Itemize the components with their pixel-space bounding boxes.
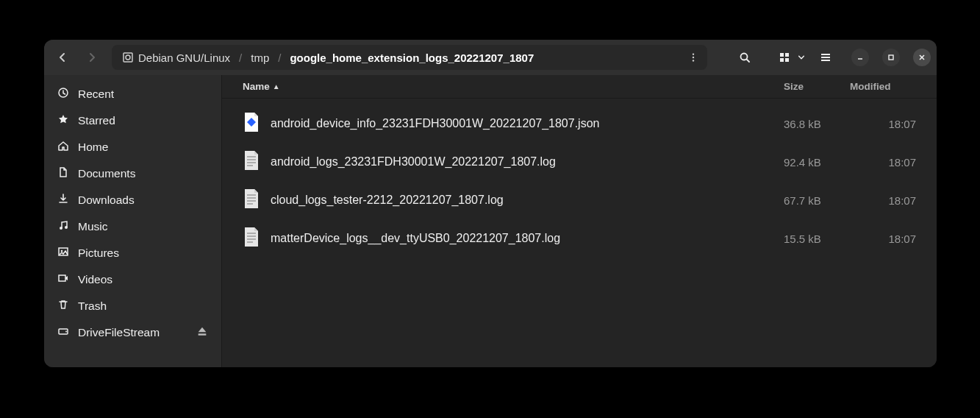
sidebar-item-starred[interactable]: Starred <box>44 107 221 134</box>
sidebar-item-label: Downloads <box>78 194 135 207</box>
sidebar-item-label: Recent <box>78 88 114 101</box>
column-header-modified-label: Modified <box>850 81 891 92</box>
drive-icon <box>57 325 69 340</box>
sidebar-item-label: Home <box>78 141 108 154</box>
star-icon <box>57 113 69 128</box>
breadcrumb-separator: / <box>237 52 243 64</box>
column-header-size[interactable]: Size <box>784 81 843 92</box>
home-icon <box>57 140 69 155</box>
sidebar-item-label: Pictures <box>78 247 119 260</box>
videos-icon <box>57 272 69 287</box>
file-size: 15.5 kB <box>784 233 843 245</box>
file-modified: 18:07 <box>850 233 916 245</box>
file-size: 92.4 kB <box>784 156 843 169</box>
file-name: android_logs_23231FDH30001W_20221207_180… <box>271 155 784 169</box>
svg-point-22 <box>61 250 63 252</box>
sidebar-item-music[interactable]: Music <box>44 213 221 240</box>
svg-point-25 <box>65 331 67 333</box>
file-modified: 18:07 <box>850 194 916 207</box>
breadcrumb-segment-label: google_home_extension_logs_20221207_1807 <box>290 52 534 64</box>
svg-rect-9 <box>780 58 784 62</box>
breadcrumb-root-label: Debian GNU/Linux <box>138 52 230 64</box>
svg-line-6 <box>747 60 750 63</box>
file-row[interactable]: android_device_info_23231FDH30001W_20221… <box>222 104 937 143</box>
trash-icon <box>57 299 69 314</box>
hamburger-menu-button[interactable] <box>813 45 838 70</box>
disk-icon <box>122 52 134 63</box>
clock-icon <box>57 87 69 102</box>
file-size: 36.8 kB <box>784 118 843 130</box>
column-headers: Name ▲ Size Modified <box>222 75 937 99</box>
breadcrumb-separator: / <box>276 52 282 64</box>
column-header-name[interactable]: Name ▲ <box>243 81 784 92</box>
toolbar: Debian GNU/Linux / tmp / google_home_ext… <box>44 40 937 75</box>
sidebar-item-label: Documents <box>78 167 135 180</box>
sort-ascending-icon: ▲ <box>273 82 280 91</box>
forward-button[interactable] <box>79 45 104 70</box>
download-icon <box>57 193 69 208</box>
sidebar-item-home[interactable]: Home <box>44 134 221 160</box>
sidebar-item-label: Music <box>78 220 107 233</box>
view-grid-button[interactable] <box>775 45 794 70</box>
file-list-pane: Name ▲ Size Modified android_device_info… <box>222 75 937 367</box>
svg-point-20 <box>65 226 68 229</box>
column-header-name-label: Name <box>243 81 270 92</box>
breadcrumb: Debian GNU/Linux / tmp / google_home_ext… <box>112 45 707 70</box>
sidebar-item-pictures[interactable]: Pictures <box>44 240 221 266</box>
file-row[interactable]: cloud_logs_tester-2212_20221207_1807.log… <box>222 181 937 219</box>
sidebar-item-downloads[interactable]: Downloads <box>44 187 221 213</box>
svg-rect-26 <box>198 333 207 335</box>
sidebar-item-label: Starred <box>78 114 115 127</box>
svg-rect-7 <box>780 53 784 57</box>
breadcrumb-segment-current[interactable]: google_home_extension_logs_20221207_1807 <box>282 45 541 70</box>
music-icon <box>57 219 69 234</box>
breadcrumb-segment-tmp[interactable]: tmp <box>243 45 276 70</box>
svg-rect-0 <box>124 53 132 62</box>
sidebar-item-recent[interactable]: Recent <box>44 81 221 107</box>
sidebar-item-label: DriveFileStream <box>78 326 160 339</box>
svg-point-2 <box>693 53 694 54</box>
breadcrumb-root[interactable]: Debian GNU/Linux <box>115 45 237 70</box>
file-name: android_device_info_23231FDH30001W_20221… <box>271 117 784 130</box>
sidebar-item-videos[interactable]: Videos <box>44 266 221 293</box>
file-size: 67.7 kB <box>784 194 843 207</box>
maximize-button[interactable] <box>882 49 900 66</box>
search-button[interactable] <box>732 45 757 70</box>
file-manager-window: Debian GNU/Linux / tmp / google_home_ext… <box>44 40 937 367</box>
back-button[interactable] <box>50 45 75 70</box>
svg-point-4 <box>693 60 694 61</box>
sidebar-item-label: Trash <box>78 300 107 313</box>
sidebar: RecentStarredHomeDocumentsDownloadsMusic… <box>44 75 222 367</box>
view-dropdown-button[interactable] <box>794 45 809 70</box>
sidebar-item-trash[interactable]: Trash <box>44 293 221 319</box>
column-header-size-label: Size <box>784 81 804 92</box>
document-icon <box>57 166 69 181</box>
close-button[interactable] <box>913 49 931 66</box>
svg-rect-8 <box>785 53 789 57</box>
file-row[interactable]: android_logs_23231FDH30001W_20221207_180… <box>222 143 937 181</box>
eject-icon[interactable] <box>196 325 208 340</box>
file-modified: 18:07 <box>850 156 916 169</box>
breadcrumb-more-button[interactable] <box>682 46 704 68</box>
svg-point-3 <box>693 57 694 58</box>
svg-rect-10 <box>785 58 789 62</box>
svg-rect-23 <box>59 275 65 281</box>
file-name: matterDevice_logs__dev_ttyUSB0_20221207_… <box>271 232 784 245</box>
svg-point-1 <box>126 55 130 60</box>
breadcrumb-segment-label: tmp <box>251 52 269 64</box>
file-icon <box>243 150 271 174</box>
sidebar-item-drivefilestream[interactable]: DriveFileStream <box>44 319 221 346</box>
file-name: cloud_logs_tester-2212_20221207_1807.log <box>271 194 784 207</box>
sidebar-item-label: Videos <box>78 273 112 286</box>
file-icon <box>243 227 271 250</box>
svg-point-19 <box>60 227 62 230</box>
file-row[interactable]: matterDevice_logs__dev_ttyUSB0_20221207_… <box>222 219 937 258</box>
column-header-modified[interactable]: Modified <box>850 81 916 92</box>
file-rows: android_device_info_23231FDH30001W_20221… <box>222 99 937 367</box>
file-icon <box>243 188 271 212</box>
svg-rect-15 <box>889 55 893 60</box>
pictures-icon <box>57 246 69 261</box>
minimize-button[interactable] <box>851 49 869 66</box>
file-modified: 18:07 <box>850 118 916 130</box>
sidebar-item-documents[interactable]: Documents <box>44 160 221 187</box>
